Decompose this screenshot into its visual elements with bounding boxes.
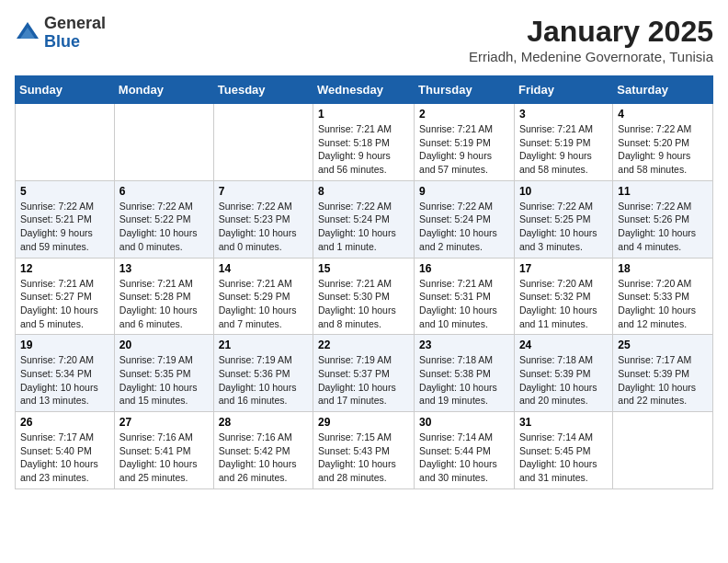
calendar-body: 1Sunrise: 7:21 AMSunset: 5:18 PMDaylight… xyxy=(16,104,713,489)
calendar-cell: 28Sunrise: 7:16 AMSunset: 5:42 PMDayligh… xyxy=(213,412,313,489)
calendar-cell: 26Sunrise: 7:17 AMSunset: 5:40 PMDayligh… xyxy=(16,412,115,489)
day-info: Sunrise: 7:21 AMSunset: 5:29 PMDaylight:… xyxy=(219,277,308,331)
weekday-header-tuesday: Tuesday xyxy=(213,76,313,104)
calendar-cell: 12Sunrise: 7:21 AMSunset: 5:27 PMDayligh… xyxy=(16,258,115,335)
day-number: 31 xyxy=(519,416,608,429)
calendar-cell: 16Sunrise: 7:21 AMSunset: 5:31 PMDayligh… xyxy=(415,258,515,335)
weekday-header-row: SundayMondayTuesdayWednesdayThursdayFrid… xyxy=(16,76,713,104)
calendar-cell: 23Sunrise: 7:18 AMSunset: 5:38 PMDayligh… xyxy=(415,335,515,412)
logo-general: General xyxy=(44,15,106,33)
day-info: Sunrise: 7:19 AMSunset: 5:35 PMDaylight:… xyxy=(119,353,209,408)
day-info: Sunrise: 7:22 AMSunset: 5:24 PMDaylight:… xyxy=(318,200,409,254)
calendar-cell: 17Sunrise: 7:20 AMSunset: 5:32 PMDayligh… xyxy=(514,258,612,335)
day-number: 1 xyxy=(318,108,409,121)
calendar-cell: 2Sunrise: 7:21 AMSunset: 5:19 PMDaylight… xyxy=(415,104,515,181)
day-number: 20 xyxy=(119,339,209,351)
day-info: Sunrise: 7:18 AMSunset: 5:39 PMDaylight:… xyxy=(519,353,608,408)
calendar-cell: 4Sunrise: 7:22 AMSunset: 5:20 PMDaylight… xyxy=(613,104,713,181)
location: Erriadh, Medenine Governorate, Tunisia xyxy=(469,49,713,64)
day-info: Sunrise: 7:21 AMSunset: 5:28 PMDaylight:… xyxy=(119,277,209,331)
calendar-cell: 8Sunrise: 7:22 AMSunset: 5:24 PMDaylight… xyxy=(313,180,415,258)
day-info: Sunrise: 7:22 AMSunset: 5:21 PMDaylight:… xyxy=(20,200,109,254)
calendar-cell: 5Sunrise: 7:22 AMSunset: 5:21 PMDaylight… xyxy=(16,180,115,258)
calendar-week-row: 1Sunrise: 7:21 AMSunset: 5:18 PMDaylight… xyxy=(16,104,713,181)
calendar-cell: 22Sunrise: 7:19 AMSunset: 5:37 PMDayligh… xyxy=(313,335,415,412)
day-number: 6 xyxy=(119,185,209,198)
day-number: 25 xyxy=(618,339,708,351)
day-number: 21 xyxy=(219,339,308,351)
calendar-cell: 20Sunrise: 7:19 AMSunset: 5:35 PMDayligh… xyxy=(114,335,213,412)
day-number: 2 xyxy=(419,108,509,121)
day-number: 7 xyxy=(219,185,308,198)
day-number: 19 xyxy=(20,339,109,351)
day-info: Sunrise: 7:15 AMSunset: 5:43 PMDaylight:… xyxy=(318,431,409,485)
calendar-week-row: 12Sunrise: 7:21 AMSunset: 5:27 PMDayligh… xyxy=(16,258,713,335)
calendar-cell: 6Sunrise: 7:22 AMSunset: 5:22 PMDaylight… xyxy=(114,180,213,258)
logo-icon xyxy=(15,20,40,46)
calendar-cell: 13Sunrise: 7:21 AMSunset: 5:28 PMDayligh… xyxy=(114,258,213,335)
day-number: 24 xyxy=(519,339,608,351)
calendar-cell: 7Sunrise: 7:22 AMSunset: 5:23 PMDaylight… xyxy=(213,180,313,258)
day-info: Sunrise: 7:22 AMSunset: 5:26 PMDaylight:… xyxy=(618,200,708,254)
calendar-cell: 10Sunrise: 7:22 AMSunset: 5:25 PMDayligh… xyxy=(514,180,612,258)
day-number: 11 xyxy=(618,185,708,198)
day-info: Sunrise: 7:19 AMSunset: 5:36 PMDaylight:… xyxy=(219,353,308,408)
calendar-cell xyxy=(16,104,115,181)
calendar-cell: 9Sunrise: 7:22 AMSunset: 5:24 PMDaylight… xyxy=(415,180,515,258)
day-number: 9 xyxy=(419,185,509,198)
day-number: 17 xyxy=(519,262,608,275)
logo-blue: Blue xyxy=(44,33,106,52)
day-info: Sunrise: 7:20 AMSunset: 5:34 PMDaylight:… xyxy=(20,353,109,408)
calendar-cell: 30Sunrise: 7:14 AMSunset: 5:44 PMDayligh… xyxy=(415,412,515,489)
weekday-header-thursday: Thursday xyxy=(415,76,515,104)
calendar-cell: 21Sunrise: 7:19 AMSunset: 5:36 PMDayligh… xyxy=(213,335,313,412)
calendar-cell: 11Sunrise: 7:22 AMSunset: 5:26 PMDayligh… xyxy=(613,180,713,258)
day-info: Sunrise: 7:20 AMSunset: 5:32 PMDaylight:… xyxy=(519,277,608,331)
day-number: 18 xyxy=(618,262,708,275)
title-block: January 2025 Erriadh, Medenine Governora… xyxy=(469,15,713,64)
day-info: Sunrise: 7:22 AMSunset: 5:22 PMDaylight:… xyxy=(119,200,209,254)
day-info: Sunrise: 7:14 AMSunset: 5:45 PMDaylight:… xyxy=(519,431,608,485)
day-info: Sunrise: 7:17 AMSunset: 5:39 PMDaylight:… xyxy=(618,353,708,408)
calendar-cell xyxy=(213,104,313,181)
day-info: Sunrise: 7:22 AMSunset: 5:23 PMDaylight:… xyxy=(219,200,308,254)
calendar-cell: 27Sunrise: 7:16 AMSunset: 5:41 PMDayligh… xyxy=(114,412,213,489)
weekday-header-saturday: Saturday xyxy=(613,76,713,104)
day-info: Sunrise: 7:22 AMSunset: 5:20 PMDaylight:… xyxy=(618,122,708,177)
day-info: Sunrise: 7:21 AMSunset: 5:30 PMDaylight:… xyxy=(318,277,409,331)
page-header: General Blue January 2025 Erriadh, Meden… xyxy=(15,15,713,64)
day-number: 15 xyxy=(318,262,409,275)
day-number: 5 xyxy=(20,185,109,198)
day-info: Sunrise: 7:21 AMSunset: 5:27 PMDaylight:… xyxy=(20,277,109,331)
day-number: 12 xyxy=(20,262,109,275)
weekday-header-friday: Friday xyxy=(514,76,612,104)
calendar-cell: 19Sunrise: 7:20 AMSunset: 5:34 PMDayligh… xyxy=(16,335,115,412)
weekday-header-sunday: Sunday xyxy=(16,76,115,104)
day-info: Sunrise: 7:21 AMSunset: 5:19 PMDaylight:… xyxy=(519,122,608,177)
calendar-cell xyxy=(114,104,213,181)
calendar-week-row: 26Sunrise: 7:17 AMSunset: 5:40 PMDayligh… xyxy=(16,412,713,489)
calendar-cell: 29Sunrise: 7:15 AMSunset: 5:43 PMDayligh… xyxy=(313,412,415,489)
day-number: 8 xyxy=(318,185,409,198)
day-number: 23 xyxy=(419,339,509,351)
day-number: 13 xyxy=(119,262,209,275)
day-number: 27 xyxy=(119,416,209,429)
day-info: Sunrise: 7:14 AMSunset: 5:44 PMDaylight:… xyxy=(419,431,509,485)
day-info: Sunrise: 7:21 AMSunset: 5:31 PMDaylight:… xyxy=(419,277,509,331)
day-info: Sunrise: 7:20 AMSunset: 5:33 PMDaylight:… xyxy=(618,277,708,331)
day-number: 3 xyxy=(519,108,608,121)
logo: General Blue xyxy=(15,15,106,52)
calendar-cell: 3Sunrise: 7:21 AMSunset: 5:19 PMDaylight… xyxy=(514,104,612,181)
calendar-cell xyxy=(613,412,713,489)
day-info: Sunrise: 7:21 AMSunset: 5:19 PMDaylight:… xyxy=(419,122,509,177)
day-info: Sunrise: 7:22 AMSunset: 5:25 PMDaylight:… xyxy=(519,200,608,254)
day-info: Sunrise: 7:18 AMSunset: 5:38 PMDaylight:… xyxy=(419,353,509,408)
calendar-cell: 1Sunrise: 7:21 AMSunset: 5:18 PMDaylight… xyxy=(313,104,415,181)
day-number: 14 xyxy=(219,262,308,275)
day-number: 28 xyxy=(219,416,308,429)
calendar-cell: 25Sunrise: 7:17 AMSunset: 5:39 PMDayligh… xyxy=(613,335,713,412)
day-number: 4 xyxy=(618,108,708,121)
day-number: 29 xyxy=(318,416,409,429)
calendar-cell: 14Sunrise: 7:21 AMSunset: 5:29 PMDayligh… xyxy=(213,258,313,335)
day-info: Sunrise: 7:19 AMSunset: 5:37 PMDaylight:… xyxy=(318,353,409,408)
